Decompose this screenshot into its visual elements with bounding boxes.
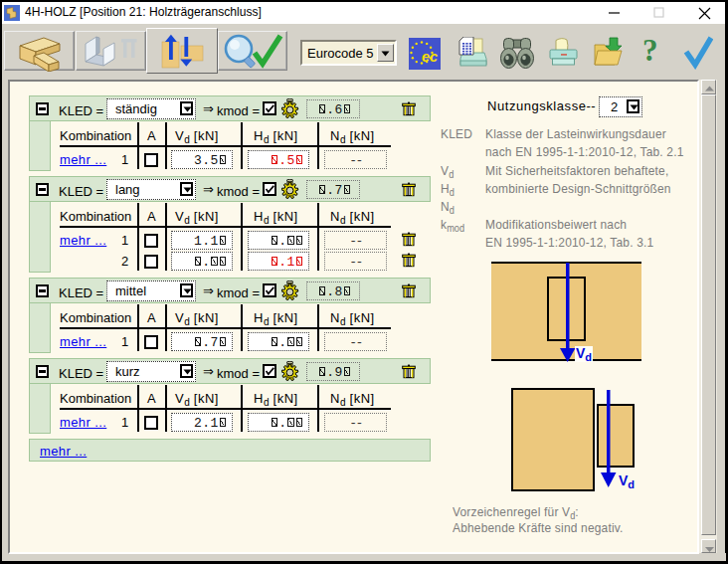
svg-text:ec: ec [422, 49, 438, 65]
